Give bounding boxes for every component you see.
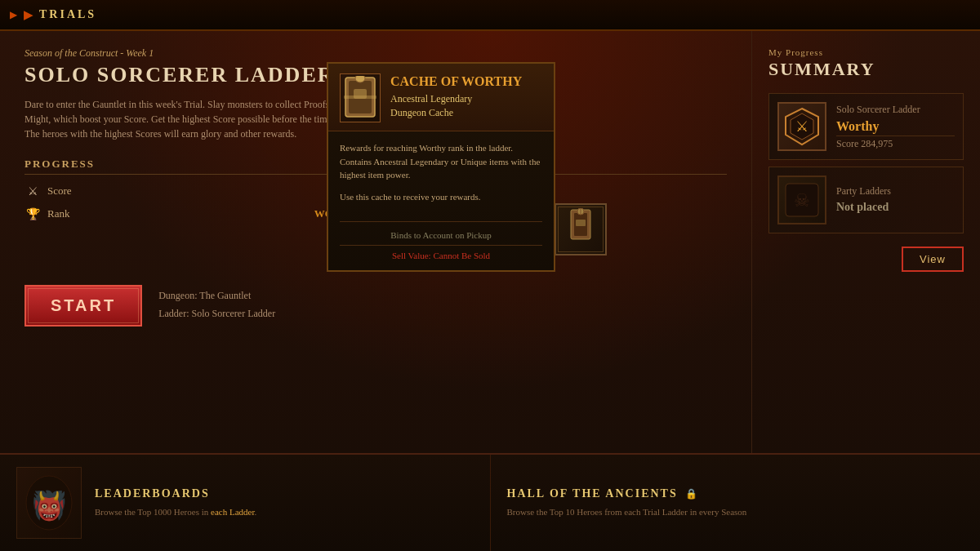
dungeon-line2: Ladder: Solo Sorcerer Ladder xyxy=(158,305,275,323)
main-area: Season of the Construct - Week 1 SOLO SO… xyxy=(0,31,980,453)
party-badge: ☠ xyxy=(777,176,826,224)
score-label: Score xyxy=(47,184,323,198)
tooltip-popup: CACHE OF WORTHY Ancestral Legendary Dung… xyxy=(327,62,555,272)
hall-text: HALL OF THE ANCIENTS 🔒 Browse the Top 10… xyxy=(507,487,747,519)
svg-point-27 xyxy=(355,76,365,82)
rank-label: Rank xyxy=(47,207,308,220)
summary-title: SUMMARY xyxy=(768,59,964,80)
dungeon-info: Dungeon: The Gauntlet Ladder: Solo Sorce… xyxy=(158,287,275,322)
svg-text:👹: 👹 xyxy=(32,489,67,522)
rank-icon: 🏆 xyxy=(24,206,41,222)
svg-rect-15 xyxy=(571,210,590,239)
view-button[interactable]: View xyxy=(902,247,964,272)
leaderboards-desc: Browse the Top 1000 Heroes in each Ladde… xyxy=(95,505,256,519)
page-title: TRIALS xyxy=(39,8,96,21)
tooltip-desc1: Rewards for reaching Worthy rank in the … xyxy=(340,141,542,182)
leaderboards-panel[interactable]: 👹 LEADERBOARDS Browse the Top 1000 Heroe… xyxy=(0,455,491,551)
svg-rect-16 xyxy=(574,213,587,236)
tooltip-sell-label: Sell Value: xyxy=(392,251,431,260)
tooltip-bind-text: Binds to Account on Pickup xyxy=(328,230,554,240)
cache-item-4[interactable] xyxy=(555,203,607,256)
svg-rect-19 xyxy=(576,220,586,226)
rank-row: 🏆 Rank WORTHY xyxy=(24,206,363,222)
my-progress-label: My Progress xyxy=(768,47,964,57)
hall-title: HALL OF THE ANCIENTS 🔒 xyxy=(507,487,747,500)
svg-text:☠: ☠ xyxy=(794,190,810,211)
party-card-label: Party Ladders xyxy=(836,185,955,198)
solo-summary-info: Solo Sorcerer Ladder Worthy Score 284,97… xyxy=(836,104,955,150)
ladder-description: Dare to enter the Gauntlet in this week'… xyxy=(24,97,368,141)
hall-panel[interactable]: HALL OF THE ANCIENTS 🔒 Browse the Top 10… xyxy=(491,455,981,551)
leaderboards-text: LEADERBOARDS Browse the Top 1000 Heroes … xyxy=(95,487,256,519)
solo-card-rank: Worthy xyxy=(836,119,955,134)
solo-summary-card: ⚔ Solo Sorcerer Ladder Worthy Score 284,… xyxy=(768,93,964,160)
leaderboards-title: LEADERBOARDS xyxy=(95,487,256,500)
bottom-panels: 👹 LEADERBOARDS Browse the Top 1000 Heroe… xyxy=(0,453,980,551)
svg-point-17 xyxy=(577,208,584,215)
start-button[interactable]: START xyxy=(24,285,142,327)
progress-section: PROGRESS ⚔ Score 284,975 🏆 Rank WORTHY xyxy=(24,158,363,269)
tooltip-header: CACHE OF WORTHY Ancestral Legendary Dung… xyxy=(328,64,554,131)
solo-card-label: Solo Sorcerer Ladder xyxy=(836,104,955,116)
dungeon-line1: Dungeon: The Gauntlet xyxy=(158,287,275,305)
top-bar: ▶ TRIALS xyxy=(0,0,980,31)
start-area: START Dungeon: The Gauntlet Ladder: Solo… xyxy=(24,285,727,327)
progress-header: PROGRESS xyxy=(24,158,363,175)
tooltip-divider xyxy=(340,221,542,222)
season-label: Season of the Construct - Week 1 xyxy=(24,47,727,60)
tooltip-title: CACHE OF WORTHY xyxy=(390,73,522,89)
score-icon: ⚔ xyxy=(24,183,41,199)
right-panel: My Progress SUMMARY ⚔ Solo Sorcerer Ladd… xyxy=(751,31,980,453)
score-row: ⚔ Score 284,975 xyxy=(24,183,363,199)
nav-arrow: ▶ xyxy=(24,8,33,22)
solo-card-score: Score 284,975 xyxy=(836,136,955,150)
leaderboards-highlight: each Ladder xyxy=(211,507,254,517)
party-summary-card: ☠ Party Ladders Not placed xyxy=(768,167,964,233)
svg-rect-29 xyxy=(354,89,367,99)
solo-score-label: Score xyxy=(836,138,858,149)
tooltip-desc2: Use this cache to receive your rewards. xyxy=(340,190,542,204)
tooltip-subtitle-1: Ancestral Legendary xyxy=(390,92,522,106)
hall-desc: Browse the Top 10 Heroes from each Trial… xyxy=(507,505,747,519)
solo-badge: ⚔ xyxy=(777,102,826,151)
lock-icon: 🔒 xyxy=(685,488,699,500)
tooltip-sell: Sell Value: Cannot Be Sold xyxy=(328,251,554,260)
party-card-value: Not placed xyxy=(836,201,955,214)
tooltip-divider-2 xyxy=(340,245,542,246)
tooltip-header-text: CACHE OF WORTHY Ancestral Legendary Dung… xyxy=(390,73,522,120)
cache-icon-4 xyxy=(566,208,595,250)
tooltip-sell-value: Cannot Be Sold xyxy=(433,251,490,260)
svg-text:⚔: ⚔ xyxy=(795,118,808,135)
party-summary-info: Party Ladders Not placed xyxy=(836,185,955,216)
solo-score-value: 284,975 xyxy=(861,138,893,149)
tooltip-body: Rewards for reaching Worthy rank in the … xyxy=(328,131,554,213)
tooltip-cache-icon xyxy=(340,73,381,122)
tooltip-subtitle-2: Dungeon Cache xyxy=(390,106,522,120)
leaderboards-image: 👹 xyxy=(16,467,82,539)
